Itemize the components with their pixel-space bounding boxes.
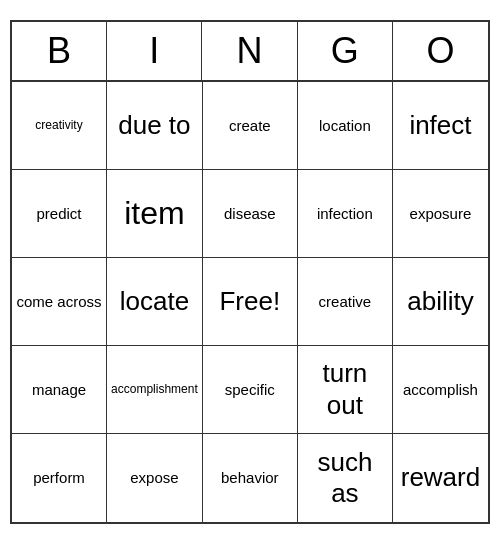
bingo-cell: Free! (203, 258, 298, 346)
cell-text: infection (317, 205, 373, 223)
bingo-cell: creativity (12, 82, 107, 170)
cell-text: ability (407, 286, 473, 317)
cell-text: item (124, 194, 184, 232)
cell-text: reward (401, 462, 480, 493)
bingo-cell: disease (203, 170, 298, 258)
cell-text: disease (224, 205, 276, 223)
bingo-cell: such as (298, 434, 393, 522)
bingo-cell: location (298, 82, 393, 170)
bingo-cell: perform (12, 434, 107, 522)
header-letter: N (202, 22, 297, 80)
bingo-cell: reward (393, 434, 488, 522)
bingo-grid: creativitydue tocreatelocationinfectpred… (12, 82, 488, 522)
cell-text: accomplish (403, 381, 478, 399)
bingo-cell: specific (203, 346, 298, 434)
cell-text: due to (118, 110, 190, 141)
bingo-cell: expose (107, 434, 203, 522)
header-letter: O (393, 22, 488, 80)
bingo-cell: behavior (203, 434, 298, 522)
bingo-cell: locate (107, 258, 203, 346)
bingo-cell: turn out (298, 346, 393, 434)
bingo-cell: ability (393, 258, 488, 346)
bingo-cell: infection (298, 170, 393, 258)
bingo-cell: manage (12, 346, 107, 434)
cell-text: behavior (221, 469, 279, 487)
bingo-cell: exposure (393, 170, 488, 258)
cell-text: specific (225, 381, 275, 399)
bingo-cell: come across (12, 258, 107, 346)
bingo-cell: infect (393, 82, 488, 170)
cell-text: come across (17, 293, 102, 311)
bingo-header: BINGO (12, 22, 488, 82)
cell-text: predict (37, 205, 82, 223)
bingo-cell: due to (107, 82, 203, 170)
cell-text: expose (130, 469, 178, 487)
bingo-cell: creative (298, 258, 393, 346)
header-letter: G (298, 22, 393, 80)
header-letter: B (12, 22, 107, 80)
cell-text: accomplishment (111, 382, 198, 396)
bingo-cell: item (107, 170, 203, 258)
cell-text: manage (32, 381, 86, 399)
cell-text: turn out (302, 358, 388, 420)
bingo-card: BINGO creativitydue tocreatelocationinfe… (10, 20, 490, 524)
header-letter: I (107, 22, 202, 80)
cell-text: exposure (410, 205, 472, 223)
bingo-cell: create (203, 82, 298, 170)
bingo-cell: predict (12, 170, 107, 258)
cell-text: creative (319, 293, 372, 311)
cell-text: such as (302, 447, 388, 509)
cell-text: create (229, 117, 271, 135)
cell-text: perform (33, 469, 85, 487)
cell-text: infect (409, 110, 471, 141)
bingo-cell: accomplishment (107, 346, 203, 434)
cell-text: location (319, 117, 371, 135)
bingo-cell: accomplish (393, 346, 488, 434)
cell-text: locate (120, 286, 189, 317)
cell-text: Free! (219, 286, 280, 317)
cell-text: creativity (35, 118, 82, 132)
